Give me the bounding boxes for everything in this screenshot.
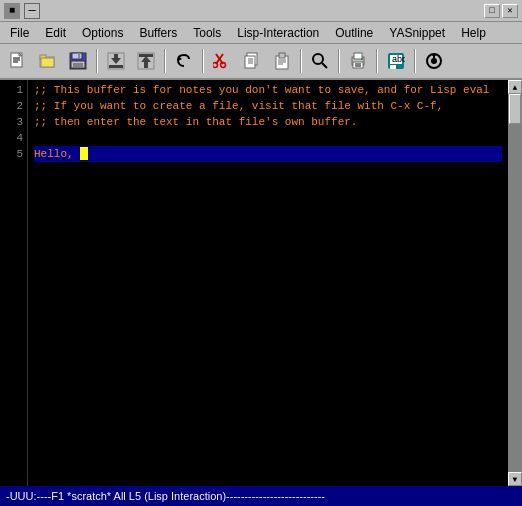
line-num-1: 1	[4, 82, 23, 98]
svg-rect-46	[390, 65, 396, 69]
svg-rect-12	[73, 63, 83, 67]
toolbar-sep-6	[376, 49, 378, 73]
scroll-track[interactable]	[508, 94, 522, 472]
code-line-5: Hello,	[34, 146, 502, 162]
menu-bar: File Edit Options Buffers Tools Lisp-Int…	[0, 22, 522, 44]
title-bar-icons: ■ ─	[4, 3, 40, 19]
app-icon[interactable]: ■	[4, 3, 20, 19]
toolbar-sep-5	[338, 49, 340, 73]
svg-rect-27	[245, 56, 255, 68]
menu-outline[interactable]: Outline	[327, 22, 381, 43]
svg-line-37	[322, 63, 327, 68]
reload-button[interactable]	[420, 47, 448, 75]
menu-options[interactable]: Options	[74, 22, 131, 43]
svg-rect-20	[139, 54, 153, 57]
scroll-up-button[interactable]: ▲	[508, 80, 522, 94]
undo-button[interactable]	[170, 47, 198, 75]
svg-point-43	[361, 58, 363, 60]
title-controls: □ ✕	[484, 4, 518, 18]
svg-text:abc: abc	[392, 54, 405, 64]
svg-rect-15	[114, 54, 118, 60]
new-file-button[interactable]	[4, 47, 32, 75]
svg-point-24	[213, 63, 218, 68]
svg-rect-32	[279, 53, 285, 58]
status-bar: -UUU:----F1 *scratch* All L5 (Lisp Inter…	[0, 486, 522, 506]
vertical-scrollbar[interactable]: ▲ ▼	[508, 80, 522, 486]
scroll-thumb[interactable]	[509, 94, 521, 124]
svg-rect-39	[354, 53, 362, 59]
info-button[interactable]: abc	[382, 47, 410, 75]
cut-button[interactable]	[208, 47, 236, 75]
toolbar-sep-2	[164, 49, 166, 73]
upload-button[interactable]	[132, 47, 160, 75]
menu-buffers[interactable]: Buffers	[131, 22, 185, 43]
code-content[interactable]: ;; This buffer is for notes you don't wa…	[28, 80, 508, 486]
svg-point-49	[431, 58, 437, 64]
maximize-button[interactable]: □	[484, 4, 500, 18]
menu-file[interactable]: File	[2, 22, 37, 43]
title-bar: ■ ─ □ ✕	[0, 0, 522, 22]
line-num-3: 3	[4, 114, 23, 130]
toolbar: abc	[0, 44, 522, 80]
paste-button[interactable]	[268, 47, 296, 75]
svg-point-25	[221, 63, 226, 68]
toolbar-sep-1	[96, 49, 98, 73]
toolbar-sep-3	[202, 49, 204, 73]
menu-help[interactable]: Help	[453, 22, 494, 43]
save-button[interactable]	[64, 47, 92, 75]
toolbar-sep-4	[300, 49, 302, 73]
svg-rect-10	[78, 53, 80, 58]
svg-point-36	[313, 54, 323, 64]
line-num-5: 5	[4, 146, 23, 162]
toolbar-sep-7	[414, 49, 416, 73]
svg-rect-19	[144, 62, 148, 68]
menu-lisp-interaction[interactable]: Lisp-Interaction	[229, 22, 327, 43]
svg-rect-16	[109, 65, 123, 68]
open-file-button[interactable]	[34, 47, 62, 75]
code-line-2: ;; If you want to create a file, visit t…	[34, 98, 502, 114]
code-line-1: ;; This buffer is for notes you don't wa…	[34, 82, 502, 98]
menu-tools[interactable]: Tools	[185, 22, 229, 43]
menu-yasnippet[interactable]: YASnippet	[381, 22, 453, 43]
line-num-4: 4	[4, 130, 23, 146]
code-editor[interactable]: 1 2 3 4 5 ;; This buffer is for notes yo…	[0, 80, 508, 486]
copy-button[interactable]	[238, 47, 266, 75]
search-button[interactable]	[306, 47, 334, 75]
line-numbers: 1 2 3 4 5	[0, 80, 28, 486]
close-button[interactable]: ✕	[502, 4, 518, 18]
menu-edit[interactable]: Edit	[37, 22, 74, 43]
download-button[interactable]	[102, 47, 130, 75]
status-text: -UUU:----F1 *scratch* All L5 (Lisp Inter…	[6, 490, 325, 502]
scroll-down-button[interactable]: ▼	[508, 472, 522, 486]
print-button[interactable]	[344, 47, 372, 75]
minimize-icon[interactable]: ─	[24, 3, 40, 19]
editor-area: 1 2 3 4 5 ;; This buffer is for notes yo…	[0, 80, 522, 486]
svg-rect-40	[353, 62, 363, 68]
svg-rect-9	[72, 53, 82, 59]
code-line-3: ;; then enter the text in that file's ow…	[34, 114, 502, 130]
svg-rect-7	[41, 58, 54, 67]
code-line-4	[34, 130, 502, 146]
line-num-2: 2	[4, 98, 23, 114]
text-cursor	[80, 147, 88, 160]
